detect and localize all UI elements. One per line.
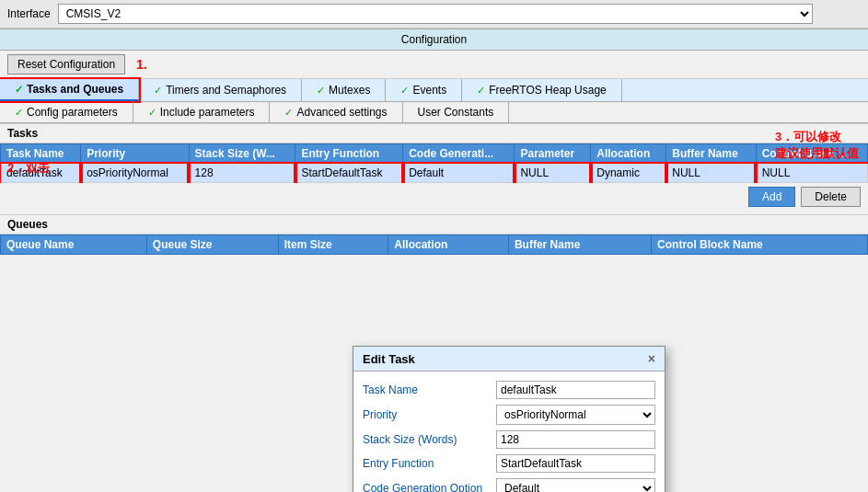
annotation-2: 2．双击: [7, 160, 50, 177]
action-buttons: Add Delete: [0, 183, 868, 211]
field-priority-row: Priority osPriorityNormal: [363, 405, 655, 425]
field-code-gen-label: Code Generation Option: [363, 482, 496, 492]
queues-section: Queues Queue Name Queue Size Item Size A…: [0, 214, 868, 255]
add-button[interactable]: Add: [748, 187, 795, 207]
tab-check-icon: ✓: [284, 107, 293, 119]
tab-tasks-and-queues[interactable]: ✓ Tasks and Queues: [0, 79, 139, 101]
col-header-allocation: Allocation: [388, 235, 509, 255]
field-entry-function-label: Entry Function: [363, 457, 496, 470]
cell-stack-size: 128: [189, 164, 295, 183]
cell-priority: osPriorityNormal: [81, 164, 189, 183]
tab-label: Timers and Semaphores: [166, 84, 286, 97]
field-entry-function-input[interactable]: [496, 454, 655, 473]
edit-task-modal: Edit Task × Task Name Priority osPriorit…: [353, 346, 665, 492]
col-header-allocation: Allocation: [591, 144, 666, 164]
tab-check-icon: ✓: [400, 85, 409, 97]
tab-check-icon: ✓: [15, 84, 23, 96]
tab-check-icon: ✓: [154, 85, 162, 97]
cell-allocation: Dynamic: [591, 164, 666, 183]
table-row[interactable]: defaultTask osPriorityNormal 128 StartDe…: [1, 164, 868, 183]
col-header-entry-function: Entry Function: [295, 144, 403, 164]
delete-button[interactable]: Delete: [801, 187, 861, 207]
tab-label: Tasks and Queues: [27, 83, 123, 96]
toolbar: Reset Configuration 1.: [0, 51, 868, 79]
field-priority-label: Priority: [363, 408, 496, 421]
col-header-stack-size: Stack Size (W...: [189, 144, 295, 164]
col-header-buffer-name: Buffer Name: [666, 144, 756, 164]
tab-user-constants[interactable]: User Constants: [403, 102, 510, 122]
field-entry-function-row: Entry Function: [363, 454, 655, 473]
field-priority-select[interactable]: osPriorityNormal: [496, 405, 655, 425]
tab-timers-semaphores[interactable]: ✓ Timers and Semaphores: [139, 79, 302, 101]
tab-check-icon: ✓: [317, 85, 325, 97]
tasks-section: Tasks Task Name Priority Stack Size (W..…: [0, 123, 868, 211]
cell-parameter: NULL: [515, 164, 591, 183]
col-header-code-gen: Code Generati...: [403, 144, 515, 164]
field-task-name-input[interactable]: [496, 381, 655, 399]
cell-control-block: NULL: [756, 164, 867, 183]
col-header-item-size: Item Size: [278, 235, 388, 255]
annotation-3-line1: 3．可以修改: [775, 129, 859, 145]
field-stack-size-row: Stack Size (Words): [363, 430, 655, 449]
reset-config-button[interactable]: Reset Configuration: [7, 54, 125, 74]
tab-mutexes[interactable]: ✓ Mutexes: [302, 79, 386, 101]
col-header-priority: Priority: [81, 144, 189, 164]
tab-check-icon: ✓: [148, 107, 156, 119]
tasks-table: Task Name Priority Stack Size (W... Entr…: [0, 143, 868, 183]
tasks-table-container: Task Name Priority Stack Size (W... Entr…: [0, 143, 868, 183]
tab-label: FreeRTOS Heap Usage: [489, 84, 607, 97]
field-task-name-label: Task Name: [363, 383, 496, 396]
config-header: Configuration: [0, 29, 868, 51]
interface-select[interactable]: CMSIS_V2: [58, 4, 813, 24]
field-stack-size-input[interactable]: [496, 430, 655, 449]
cell-code-gen: Default: [403, 164, 515, 183]
cell-buffer-name: NULL: [666, 164, 756, 183]
col-header-queue-name: Queue Name: [1, 235, 147, 255]
tab-config-params[interactable]: ✓ Config parameters: [0, 102, 133, 122]
queues-table: Queue Name Queue Size Item Size Allocati…: [0, 235, 868, 255]
tabs-row1: ✓ Tasks and Queues ✓ Timers and Semaphor…: [0, 79, 868, 102]
tab-label: User Constants: [418, 106, 494, 119]
main-content: Tasks Task Name Priority Stack Size (W..…: [0, 123, 868, 255]
field-code-gen-select[interactable]: Default: [496, 478, 655, 492]
tab-label: Config parameters: [27, 106, 118, 119]
tab-label: Events: [412, 84, 446, 97]
annotation-3: 3．可以修改 建议使用默认值: [775, 129, 859, 162]
tab-events[interactable]: ✓ Events: [386, 79, 462, 101]
interface-label: Interface: [7, 7, 51, 20]
tab-label: Include parameters: [160, 106, 255, 119]
tasks-section-label: Tasks: [0, 123, 868, 143]
annotation-1: 1.: [136, 57, 147, 72]
queues-section-label: Queues: [0, 214, 868, 235]
tab-advanced-settings[interactable]: ✓ Advanced settings: [270, 102, 402, 122]
tab-label: Mutexes: [329, 84, 370, 97]
field-stack-size-label: Stack Size (Words): [363, 433, 496, 446]
interface-row: Interface CMSIS_V2: [0, 0, 868, 29]
annotation-3-line2: 建议使用默认值: [775, 145, 859, 162]
tab-include-params[interactable]: ✓ Include parameters: [133, 102, 271, 122]
modal-title-text: Edit Task: [363, 352, 415, 366]
col-header-control-block-name: Control Block Name: [652, 235, 868, 255]
modal-body: Task Name Priority osPriorityNormal Stac…: [353, 372, 665, 492]
cell-entry-function: StartDefaultTask: [295, 164, 403, 183]
field-code-gen-row: Code Generation Option Default: [363, 478, 655, 492]
modal-title-bar: Edit Task ×: [353, 347, 665, 372]
tab-check-icon: ✓: [15, 107, 23, 119]
modal-close-button[interactable]: ×: [648, 351, 655, 366]
col-header-queue-size: Queue Size: [146, 235, 278, 255]
field-task-name-row: Task Name: [363, 381, 655, 399]
tabs-row2: ✓ Config parameters ✓ Include parameters…: [0, 102, 868, 123]
col-header-parameter: Parameter: [515, 144, 591, 164]
tab-freertos-heap[interactable]: ✓ FreeRTOS Heap Usage: [462, 79, 622, 101]
tab-check-icon: ✓: [477, 85, 485, 97]
col-header-buffer-name: Buffer Name: [508, 235, 651, 255]
tab-label: Advanced settings: [296, 106, 387, 119]
